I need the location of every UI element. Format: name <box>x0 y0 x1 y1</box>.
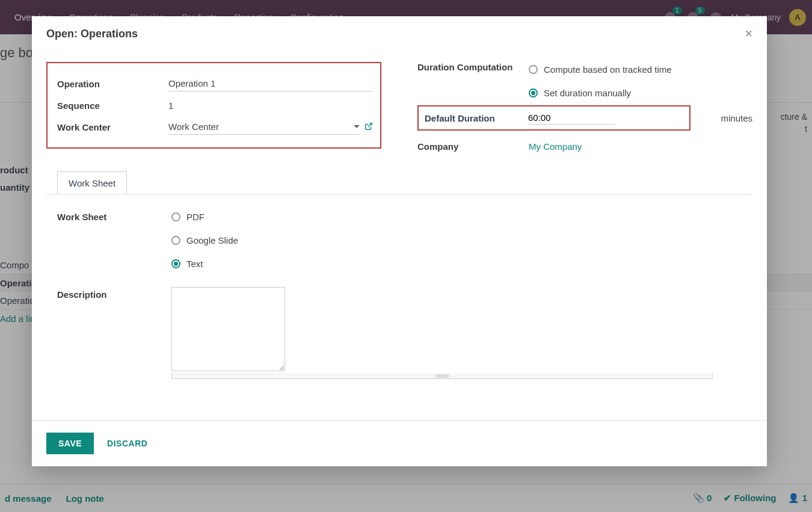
modal-header: Open: Operations × <box>32 16 767 51</box>
operation-label: Operation <box>57 79 168 89</box>
radio-icon <box>171 259 180 268</box>
default-duration-input[interactable] <box>528 111 615 125</box>
operation-input[interactable] <box>168 76 373 91</box>
radio-icon <box>529 88 538 97</box>
radio-set-manually[interactable]: Set duration manually <box>529 85 631 100</box>
description-label: Description <box>57 287 171 379</box>
radio-tracked-time[interactable]: Compute based on tracked time <box>529 62 672 77</box>
resize-handle[interactable] <box>171 373 713 379</box>
svg-line-0 <box>368 123 372 126</box>
radio-icon <box>171 236 180 245</box>
external-link-icon[interactable] <box>364 122 373 132</box>
company-value[interactable]: My Company <box>529 141 582 152</box>
save-button[interactable]: SAVE <box>46 433 94 454</box>
operations-modal: Open: Operations × Operation Sequence <box>32 16 767 466</box>
chevron-down-icon <box>354 125 360 128</box>
operation-group-highlight: Operation Sequence Work Center <box>46 62 381 149</box>
radio-text[interactable]: Text <box>171 256 238 271</box>
default-duration-highlight: Default Duration <box>417 105 691 131</box>
worksheet-label: Work Sheet <box>57 209 171 271</box>
radio-icon <box>529 65 538 74</box>
minutes-label: minutes <box>721 113 752 123</box>
workcenter-label: Work Center <box>57 122 168 132</box>
tab-worksheet[interactable]: Work Sheet <box>57 171 127 194</box>
workcenter-dropdown[interactable]: Work Center <box>168 119 360 135</box>
tab-bar: Work Sheet <box>46 171 752 195</box>
modal-footer: SAVE DISCARD <box>32 420 767 466</box>
sequence-label: Sequence <box>57 100 168 111</box>
description-textarea[interactable] <box>171 287 285 371</box>
radio-google-slide[interactable]: Google Slide <box>171 233 238 248</box>
duration-computation-label: Duration Computation <box>417 62 529 72</box>
radio-icon <box>171 212 180 221</box>
company-label: Company <box>417 141 529 152</box>
modal-title: Open: Operations <box>46 28 138 40</box>
discard-button[interactable]: DISCARD <box>107 433 147 454</box>
default-duration-label: Default Duration <box>425 113 528 123</box>
close-button[interactable]: × <box>745 26 752 42</box>
radio-pdf[interactable]: PDF <box>171 209 238 224</box>
sequence-input[interactable] <box>168 98 373 113</box>
